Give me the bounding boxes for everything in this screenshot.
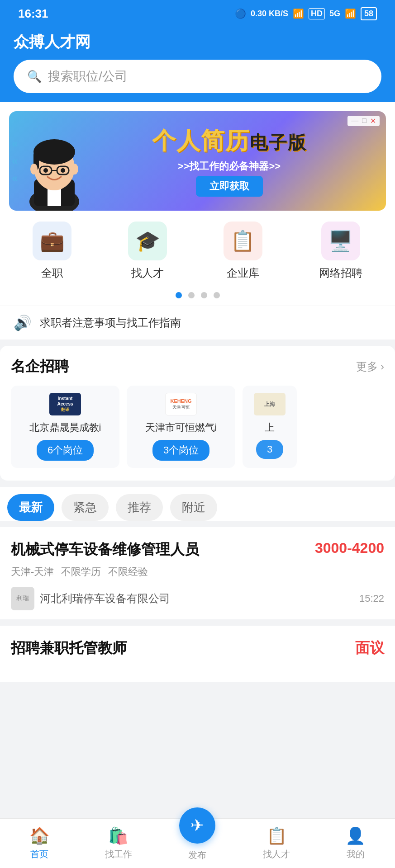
icon-qiyeku[interactable]: 📋 企业库: [224, 222, 262, 280]
job-card-0[interactable]: 机械式停车设备维修管理人员 3000-4200 天津-天津 不限学历 不限经验 …: [0, 527, 395, 619]
speaker-icon: 🔊: [14, 314, 32, 331]
home-icon: 🏠: [29, 826, 50, 845]
banner-subtitle: >>找工作的必备神器>>: [152, 160, 307, 173]
icon-quanzhi[interactable]: 💼 全职: [33, 222, 71, 280]
dot-1[interactable]: [176, 292, 182, 298]
job-card-1[interactable]: 招聘兼职托管教师 面议: [0, 626, 395, 682]
nav-find-job[interactable]: 🛍️ 找工作: [79, 826, 158, 860]
notice-bar[interactable]: 🔊 求职者注意事项与找工作指南: [0, 306, 395, 340]
company-name-small-0: 河北利瑞停车设备有限公司: [40, 591, 170, 606]
company-name-0: 北京鼎晟昊成教i: [29, 421, 101, 434]
banner-text: 个人简历电子版 >>找工作的必备神器>> 立即获取: [152, 125, 307, 197]
company-logo-2: 上海: [254, 393, 286, 415]
company-name-2: 上: [265, 421, 275, 434]
dot-3[interactable]: [201, 292, 207, 298]
person-svg: [18, 129, 90, 211]
job-top-0: 机械式停车设备维修管理人员 3000-4200: [11, 540, 384, 560]
svg-point-12: [30, 164, 38, 175]
company-row-inner-0: 利瑞 河北利瑞停车设备有限公司: [11, 587, 170, 610]
svg-point-5: [33, 139, 75, 165]
job-time-0: 15:22: [359, 593, 384, 604]
company-list: InstantAccess翻译 北京鼎晟昊成教i 6个岗位 KEHENG天津·可…: [11, 386, 384, 472]
nav-find-talent-label: 找人才: [263, 848, 290, 860]
company-logo-0: InstantAccess翻译: [49, 393, 81, 415]
dot-2[interactable]: [188, 292, 195, 298]
notice-text: 求职者注意事项与找工作指南: [40, 316, 181, 330]
nav-publish[interactable]: ✈ 发布: [158, 826, 237, 861]
job-tag-edu-0: 不限学历: [61, 565, 101, 579]
job-tag-location-0: 天津-天津: [11, 565, 54, 579]
publish-button[interactable]: ✈: [179, 807, 215, 844]
company-card-1[interactable]: KEHENG天津·可恒 天津市可恒燃气i 3个岗位: [127, 386, 235, 468]
status-time: 16:31: [18, 7, 48, 21]
zhaorencai-icon-box: 🎓: [128, 222, 167, 260]
job-top-1: 招聘兼职托管教师 面议: [11, 638, 384, 658]
chevron-right-icon: ›: [381, 360, 384, 373]
banner-title: 个人简历电子版: [152, 125, 307, 157]
job-company-row-0: 利瑞 河北利瑞停车设备有限公司 15:22: [11, 587, 384, 610]
signal-text: 0.30 KB/S: [251, 9, 288, 19]
find-job-icon: 🛍️: [108, 826, 128, 845]
qiyeku-label: 企业库: [227, 266, 259, 280]
icon-zhaorencai[interactable]: 🎓 找人才: [128, 222, 167, 280]
company-logo-1: KEHENG天津·可恒: [165, 393, 197, 415]
tab-jinji[interactable]: 紧急: [62, 494, 109, 521]
nav-mine-label: 我的: [347, 848, 365, 860]
job-title-1: 招聘兼职托管教师: [11, 638, 355, 658]
banner-button[interactable]: 立即获取: [196, 176, 263, 197]
zhaorencai-icon: 🎓: [135, 229, 160, 253]
status-right: 🔵 0.30 KB/S 📶 HD 5G 📶 58: [235, 7, 377, 20]
qiyeku-icon-box: 📋: [224, 222, 262, 260]
wangluozhaopin-icon: 🖥️: [328, 229, 353, 253]
search-input[interactable]: 搜索职位/公司: [48, 68, 128, 85]
nav-home[interactable]: 🏠 首页: [0, 826, 79, 860]
nav-find-job-label: 找工作: [105, 848, 132, 860]
company-logo-small-0: 利瑞: [11, 587, 34, 610]
publish-icon: ✈: [190, 816, 204, 835]
job-salary-1: 面议: [355, 638, 384, 658]
tabs-row: 最新 紧急 推荐 附近: [7, 494, 388, 521]
icon-wangluozhaopin[interactable]: 🖥️ 网络招聘: [319, 222, 362, 280]
search-icon: 🔍: [27, 70, 42, 84]
status-bar: 16:31 🔵 0.30 KB/S 📶 HD 5G 📶 58: [0, 0, 395, 27]
nav-publish-label: 发布: [188, 849, 206, 861]
search-bar[interactable]: 🔍 搜索职位/公司: [14, 60, 381, 93]
dot-4[interactable]: [214, 292, 220, 298]
wangluozhaopin-icon-box: 🖥️: [321, 222, 360, 260]
hd-icon: HD: [309, 8, 325, 19]
company-card-0[interactable]: InstantAccess翻译 北京鼎晟昊成教i 6个岗位: [11, 386, 119, 468]
signal-bars: 📶: [345, 8, 356, 19]
quanzhi-icon-box: 💼: [33, 222, 71, 260]
tabs-container: 最新 紧急 推荐 附近: [0, 487, 395, 521]
bottom-nav: 🏠 首页 🛍️ 找工作 ✈ 发布 📋 找人才 👤 我的: [0, 818, 395, 868]
qiyeku-icon: 📋: [230, 229, 255, 253]
banner-image[interactable]: « « « 个人简历电子版 >>找工作的必备神器>> 立即获取 — □ ✕: [9, 111, 386, 211]
quanzhi-label: 全职: [41, 266, 63, 280]
job-tag-exp-0: 不限经验: [108, 565, 148, 579]
banner-section: « « « 个人简历电子版 >>找工作的必备神器>> 立即获取 — □ ✕: [0, 102, 395, 211]
battery-indicator: 58: [361, 7, 377, 20]
tab-zuixin[interactable]: 最新: [7, 494, 54, 521]
mingqi-section: 名企招聘 更多 › InstantAccess翻译 北京鼎晟昊成教i 6个岗位 …: [0, 346, 395, 481]
carousel-dots: [0, 285, 395, 306]
tab-tuijian[interactable]: 推荐: [116, 494, 163, 521]
tab-fujin[interactable]: 附近: [170, 494, 217, 521]
svg-point-10: [43, 168, 48, 173]
nav-find-talent[interactable]: 📋 找人才: [237, 826, 316, 860]
mingqi-more-button[interactable]: 更多 ›: [356, 359, 384, 374]
company-card-2[interactable]: 上海 上 3: [243, 386, 297, 468]
nav-home-label: 首页: [30, 848, 48, 860]
mingqi-title: 名企招聘: [11, 357, 69, 377]
5g-icon: 5G: [329, 9, 340, 19]
banner-window-controls: — □ ✕: [347, 116, 380, 126]
job-salary-0: 3000-4200: [315, 540, 384, 557]
banner-person-illustration: [18, 129, 90, 211]
wifi-icon: 📶: [293, 8, 304, 19]
app-title: 众搏人才网: [14, 32, 381, 52]
bluetooth-icon: 🔵: [235, 8, 246, 19]
nav-mine[interactable]: 👤 我的: [316, 826, 395, 860]
company-badge-2: 3: [256, 440, 283, 459]
company-name-1: 天津市可恒燃气i: [145, 421, 217, 434]
zhaorencai-label: 找人才: [131, 266, 164, 280]
icon-grid: 💼 全职 🎓 找人才 📋 企业库 🖥️ 网络招聘: [0, 211, 395, 285]
